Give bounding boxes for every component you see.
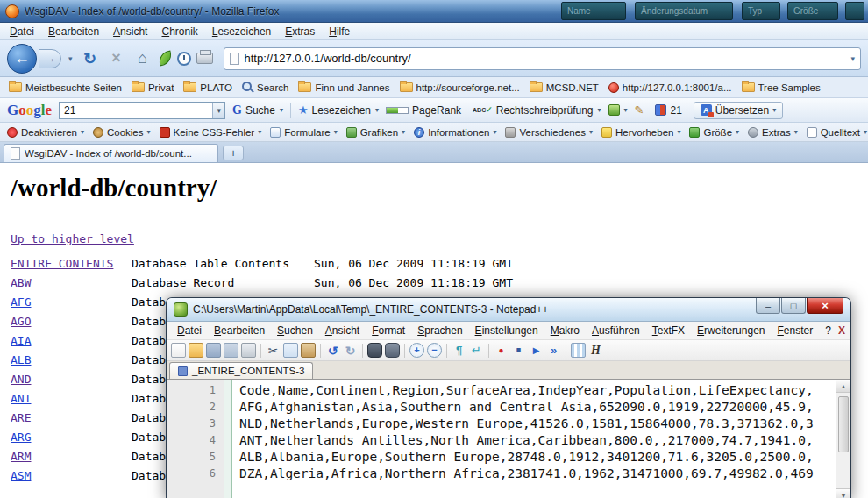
- textfx-icon[interactable]: H: [588, 343, 603, 358]
- npp-menu-format[interactable]: Format: [366, 324, 410, 338]
- webdev-groesse[interactable]: Größe: [689, 127, 739, 138]
- bookmark-sourceforge[interactable]: http://sourceforge.net...: [400, 82, 520, 93]
- addon-leaf-icon[interactable]: [157, 51, 173, 67]
- menu-datei[interactable]: Datei: [4, 24, 40, 39]
- npp-menu-ausfuehren[interactable]: Ausführen: [587, 324, 645, 338]
- menu-hilfe[interactable]: Hilfe: [323, 24, 356, 39]
- bookmark-finn-und-jannes[interactable]: Finn und Jannes: [298, 82, 389, 93]
- notepad-titlebar[interactable]: C:\Users\Martin\AppData\Local\Temp\_ENTI…: [167, 298, 850, 322]
- multi-run-icon[interactable]: »: [546, 343, 561, 358]
- entry-link[interactable]: ANT: [11, 392, 31, 405]
- entry-link[interactable]: ARM: [11, 450, 31, 463]
- indent-guide-icon[interactable]: [571, 343, 586, 358]
- save-icon[interactable]: [206, 343, 221, 358]
- entry-link[interactable]: ARE: [11, 411, 31, 424]
- entry-link[interactable]: ENTIRE CONTENTS: [11, 257, 113, 270]
- translate-button[interactable]: AÜbersetzen: [694, 102, 783, 119]
- firefox-titlebar[interactable]: WsgiDAV - Index of /world-db/country/ - …: [0, 0, 868, 23]
- print-icon[interactable]: [241, 343, 256, 358]
- spellcheck-button[interactable]: ABC✓Rechtschreibprüfung: [473, 104, 601, 117]
- menu-ansicht[interactable]: Ansicht: [107, 24, 153, 39]
- webdev-cookies[interactable]: Cookies: [93, 127, 151, 138]
- npp-menu-textfx[interactable]: TextFX: [647, 324, 690, 338]
- back-button[interactable]: ←: [7, 44, 37, 74]
- entry-link[interactable]: ARG: [11, 430, 31, 444]
- webdev-deaktivieren[interactable]: Deaktivieren: [7, 127, 84, 138]
- menu-extras[interactable]: Extras: [279, 24, 321, 39]
- zoom-out-icon[interactable]: −: [427, 343, 442, 358]
- new-tab-button[interactable]: +: [223, 146, 244, 160]
- highlighter-button[interactable]: ✎: [635, 103, 649, 117]
- redo-icon[interactable]: ↻: [343, 343, 358, 358]
- history-dropdown-button[interactable]: ▾: [67, 53, 75, 65]
- autofill-button[interactable]: [608, 104, 628, 116]
- npp-menu-bearbeiten[interactable]: Bearbeiten: [209, 324, 270, 338]
- npp-menu-makro[interactable]: Makro: [545, 324, 585, 338]
- up-to-higher-level-link[interactable]: Up to higher level: [11, 232, 134, 245]
- record-macro-icon[interactable]: ●: [494, 343, 509, 358]
- menu-chronik[interactable]: Chronik: [155, 24, 203, 39]
- save-all-icon[interactable]: [224, 343, 238, 358]
- bookmark-plato[interactable]: PLATO: [183, 82, 232, 93]
- webdev-quelltext[interactable]: Quelltext: [807, 127, 867, 138]
- bookmark-privat[interactable]: Privat: [132, 82, 174, 93]
- replace-icon[interactable]: [385, 343, 400, 358]
- stop-button[interactable]: ×: [106, 49, 127, 68]
- entry-link[interactable]: ASM: [11, 469, 31, 482]
- vertical-scrollbar[interactable]: ▲ ▼: [836, 380, 850, 498]
- webdev-extras[interactable]: Extras: [748, 127, 798, 138]
- play-macro-icon[interactable]: ▶: [529, 343, 544, 358]
- bookmark-mcsd-net[interactable]: MCSD.NET: [530, 82, 599, 93]
- npp-menu-help[interactable]: ?: [820, 324, 836, 338]
- history-clock-icon[interactable]: [177, 52, 191, 66]
- cut-icon[interactable]: ✂: [266, 343, 281, 358]
- webdev-informationen[interactable]: Informationen: [414, 127, 496, 138]
- bookmark-tree-samples[interactable]: Tree Samples: [742, 82, 821, 93]
- undo-icon[interactable]: ↺: [325, 343, 340, 358]
- bookmark-search[interactable]: Search: [242, 82, 288, 93]
- entry-link[interactable]: ALB: [11, 353, 31, 366]
- npp-menu-sprachen[interactable]: Sprachen: [412, 324, 467, 338]
- entry-link[interactable]: AIA: [11, 334, 31, 347]
- open-folder-icon[interactable]: [189, 343, 203, 358]
- menu-bearbeiten[interactable]: Bearbeiten: [42, 24, 105, 39]
- forward-button[interactable]: →: [39, 49, 61, 68]
- scrollbar-thumb[interactable]: [838, 396, 849, 452]
- show-symbols-icon[interactable]: ¶: [452, 343, 466, 358]
- new-file-icon[interactable]: [171, 343, 186, 358]
- entry-link[interactable]: AND: [11, 373, 31, 386]
- urlbar-dropdown-icon[interactable]: ▾: [850, 54, 855, 63]
- search-term-button[interactable]: 21: [655, 104, 686, 117]
- npp-menu-fenster[interactable]: Fenster: [772, 324, 818, 338]
- word-wrap-icon[interactable]: ↵: [469, 343, 484, 358]
- menu-lesezeichen[interactable]: Lesezeichen: [206, 24, 277, 39]
- close-button[interactable]: ×: [807, 298, 843, 314]
- document-tab[interactable]: _ENTIRE_CONTENTS-3: [169, 362, 313, 379]
- paste-icon[interactable]: [301, 343, 316, 358]
- webdev-verschiedenes[interactable]: Verschiedenes: [505, 127, 592, 138]
- google-bookmarks-button[interactable]: ★Lesezeichen: [298, 103, 379, 117]
- google-search-input[interactable]: 21▾: [59, 102, 225, 119]
- webdev-css-fehler[interactable]: Keine CSS-Fehler: [160, 127, 262, 138]
- print-icon[interactable]: [196, 53, 213, 64]
- scroll-up-arrow[interactable]: ▲: [836, 380, 850, 393]
- npp-menu-suchen[interactable]: Suchen: [272, 324, 318, 338]
- webdev-grafiken[interactable]: Grafiken: [346, 127, 405, 138]
- google-search-button[interactable]: GSuche: [232, 103, 283, 117]
- npp-menu-datei[interactable]: Datei: [172, 324, 207, 338]
- home-button[interactable]: ⌂: [132, 49, 153, 68]
- zoom-in-icon[interactable]: +: [409, 343, 424, 358]
- text-editor[interactable]: Code,Name,Continent,Region,SurfaceArea,I…: [232, 380, 836, 498]
- url-input[interactable]: http://127.0.0.1/world-db/country/ ▾: [224, 47, 861, 70]
- webdev-hervorheben[interactable]: Hervorheben: [601, 127, 681, 138]
- entry-link[interactable]: ABW: [11, 276, 31, 289]
- entry-link[interactable]: AGO: [11, 315, 31, 328]
- entry-link[interactable]: AFG: [11, 295, 31, 309]
- bookmark-most-visited[interactable]: Meistbesuchte Seiten: [9, 82, 122, 93]
- minimize-button[interactable]: –: [756, 298, 780, 314]
- copy-icon[interactable]: [283, 343, 298, 358]
- maximize-button[interactable]: □: [781, 298, 806, 314]
- npp-menu-erweiterungen[interactable]: Erweiterungen: [692, 324, 770, 338]
- pagerank-indicator[interactable]: PageRank: [386, 104, 466, 117]
- document-close-button[interactable]: X: [838, 324, 847, 337]
